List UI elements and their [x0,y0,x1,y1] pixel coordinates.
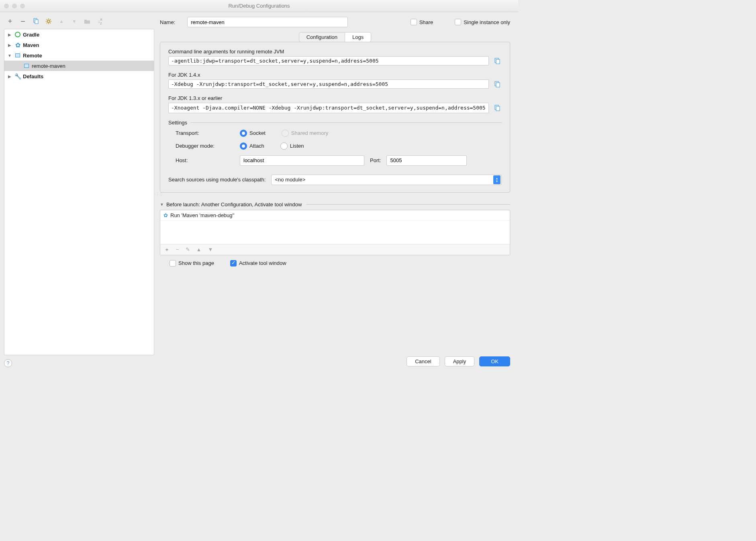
tree-node-gradle[interactable]: ▶ Gradle [4,29,154,40]
caret-icon[interactable]: ▶ [7,43,12,47]
move-down-button: ▼ [71,18,78,25]
name-input[interactable] [187,17,348,27]
task-add-button[interactable]: ＋ [164,246,170,253]
transport-shared-radio [282,130,289,137]
tab-configuration[interactable]: Configuration [299,32,345,42]
single-instance-label: Single instance only [464,19,510,25]
tree-label: remote-maven [32,63,65,69]
share-checkbox[interactable]: Share [411,19,433,25]
jdk13-label: For JDK 1.3.x or earlier [168,95,502,101]
share-label: Share [419,19,433,25]
tree-node-defaults[interactable]: ▶ 🔧 Defaults [4,71,154,81]
caret-icon[interactable]: ▼ [7,53,12,58]
transport-socket-label: Socket [249,130,266,136]
settings-title: Settings [168,120,187,126]
sort-button[interactable]: ↓az [96,18,104,25]
task-up-button: ▲ [196,246,202,252]
cmd-args-label: Command line arguments for running remot… [168,49,502,55]
folder-button [84,18,91,25]
titlebar: Run/Debug Configurations [0,0,518,12]
port-input[interactable] [386,155,467,166]
tree-node-maven[interactable]: ▶ ✿ Maven [4,40,154,50]
checkbox-icon[interactable] [455,19,461,25]
show-this-page-label: Show this page [178,260,214,266]
search-sources-value: <no module> [275,177,305,183]
svg-rect-4 [496,59,500,64]
debugger-attach-label: Attach [249,143,264,149]
before-launch-title: Before launch: Another Configuration, Ac… [166,201,302,207]
maven-icon: ✿ [14,41,21,49]
task-down-button: ▼ [208,246,213,252]
transport-shared-label: Shared memory [291,130,328,136]
cmd-args-field[interactable]: -agentlib:jdwp=transport=dt_socket,serve… [168,56,489,65]
search-sources-select[interactable]: <no module> ▲▼ [271,175,502,185]
window-title: Run/Debug Configurations [0,3,518,9]
debugger-mode-label: Debugger mode: [176,143,240,149]
task-edit-button: ✎ [186,246,190,252]
copy-icon[interactable] [493,57,502,65]
caret-icon[interactable]: ▶ [7,74,12,79]
activate-tool-window-label: Activate tool window [239,260,286,266]
port-label: Port: [370,157,381,163]
tabs: Configuration Logs [160,32,510,42]
copy-button[interactable] [32,18,39,25]
debugger-listen-radio[interactable] [280,142,288,150]
left-toolbar: + − ▲ ▼ ↓az [4,16,154,29]
checkbox-icon[interactable] [230,260,237,266]
tree-label: Defaults [23,73,43,79]
zoom-icon[interactable] [20,4,25,8]
task-label: Run 'Maven 'maven-debug'' [170,212,235,218]
jdk14-field[interactable]: -Xdebug -Xrunjdwp:transport=dt_socket,se… [168,79,489,89]
task-toolbar: ＋ − ✎ ▲ ▼ [160,244,510,255]
svg-rect-1 [35,20,38,24]
remote-icon [14,53,21,57]
apply-button[interactable]: Apply [445,356,475,366]
copy-icon[interactable] [493,104,502,112]
select-arrows-icon: ▲▼ [493,175,501,184]
transport-socket-radio[interactable] [240,130,247,137]
help-button[interactable]: ? [4,359,12,367]
task-remove-button: − [176,246,179,252]
before-launch-list[interactable]: ✿ Run 'Maven 'maven-debug'' ＋ − ✎ ▲ ▼ [160,210,510,255]
jdk13-field[interactable]: -Xnoagent -Djava.compiler=NONE -Xdebug -… [168,103,489,113]
name-label: Name: [160,19,182,25]
ok-button[interactable]: OK [479,356,510,366]
checkbox-icon[interactable] [411,19,417,25]
host-input[interactable] [240,155,364,166]
single-instance-checkbox[interactable]: Single instance only [455,19,510,25]
divider [190,122,502,123]
window-controls[interactable] [4,4,25,8]
copy-icon[interactable] [493,80,502,89]
tree-label: Remote [23,53,42,59]
cancel-button[interactable]: Cancel [407,356,439,366]
resize-grip-icon[interactable]: ⋮⋮ [155,192,163,196]
collapse-icon[interactable]: ▼ [160,202,164,207]
remove-button[interactable]: − [19,18,27,25]
remote-icon [23,64,30,68]
task-row[interactable]: ✿ Run 'Maven 'maven-debug'' [160,210,510,221]
tree-label: Gradle [23,32,39,38]
host-label: Host: [176,157,240,163]
transport-label: Transport: [176,130,240,136]
svg-rect-6 [496,83,500,87]
tree-node-remote[interactable]: ▼ Remote [4,50,154,61]
caret-icon[interactable]: ▶ [7,33,12,37]
config-tree[interactable]: ▶ Gradle ▶ ✿ Maven ▼ Remote remote-maven… [4,29,154,355]
move-up-button: ▲ [58,18,65,25]
minimize-icon[interactable] [12,4,17,8]
activate-tool-window-checkbox[interactable]: Activate tool window [230,260,286,266]
add-button[interactable]: + [6,18,14,25]
tab-logs[interactable]: Logs [345,32,371,42]
configuration-panel: Command line arguments for running remot… [160,42,510,193]
divider [306,204,510,205]
gradle-icon [14,32,21,37]
close-icon[interactable] [4,4,9,8]
tree-node-remote-maven[interactable]: remote-maven [4,61,154,71]
search-sources-label: Search sources using module's classpath: [168,177,266,183]
show-this-page-checkbox[interactable]: Show this page [170,260,214,266]
wrench-icon: 🔧 [14,73,21,79]
checkbox-icon[interactable] [170,260,176,266]
edit-defaults-button[interactable] [45,18,52,25]
debugger-attach-radio[interactable] [240,142,247,150]
svg-rect-8 [496,106,500,111]
